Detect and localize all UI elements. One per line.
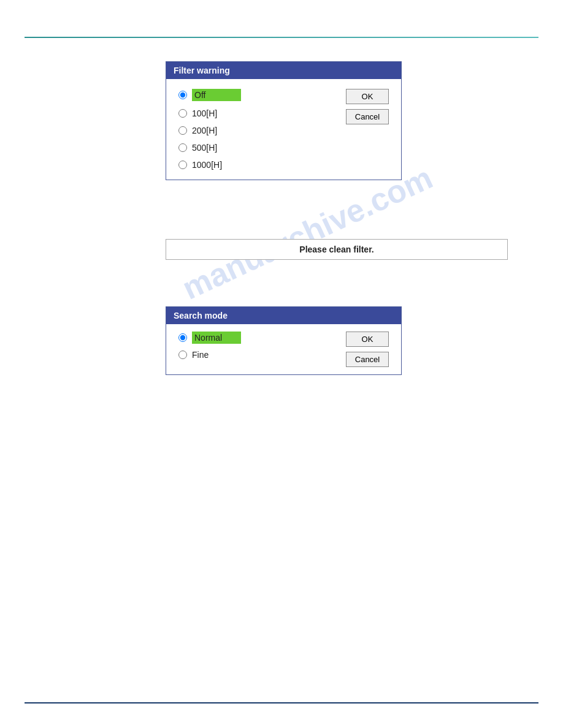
- filter-ok-button[interactable]: OK: [346, 89, 389, 104]
- bottom-decorative-line: [25, 702, 538, 703]
- search-options: Normal Fine: [178, 332, 334, 360]
- filter-label-200: 200[H]: [192, 126, 217, 135]
- filter-radio-500[interactable]: [178, 143, 187, 152]
- filter-warning-dialog: Filter warning Off 100[H] 200[H] 500[H]: [166, 61, 402, 180]
- filter-radio-100[interactable]: [178, 109, 187, 118]
- search-dialog-title: Search mode: [166, 307, 401, 324]
- search-label-fine: Fine: [192, 350, 209, 360]
- filter-option-100[interactable]: 100[H]: [178, 108, 334, 118]
- search-radio-fine[interactable]: [178, 351, 187, 359]
- search-ok-button[interactable]: OK: [346, 332, 389, 347]
- filter-label-100: 100[H]: [192, 108, 217, 118]
- filter-option-500[interactable]: 500[H]: [178, 143, 334, 153]
- filter-radio-1000[interactable]: [178, 161, 187, 169]
- filter-option-off[interactable]: Off: [178, 89, 334, 101]
- filter-option-200[interactable]: 200[H]: [178, 126, 334, 135]
- filter-options: Off 100[H] 200[H] 500[H] 1000[H]: [178, 89, 334, 170]
- top-decorative-line: [25, 37, 538, 38]
- search-radio-normal[interactable]: [178, 333, 187, 342]
- filter-option-1000[interactable]: 1000[H]: [178, 160, 334, 170]
- filter-label-500: 500[H]: [192, 143, 217, 153]
- filter-dialog-title: Filter warning: [166, 62, 401, 79]
- clean-filter-message: Please clean filter.: [166, 239, 508, 260]
- filter-label-1000: 1000[H]: [192, 160, 222, 170]
- filter-cancel-button[interactable]: Cancel: [346, 109, 389, 124]
- filter-label-off: Off: [192, 89, 241, 101]
- watermark: manuarchive.com: [177, 159, 438, 306]
- filter-radio-200[interactable]: [178, 126, 187, 135]
- search-mode-dialog: Search mode Normal Fine OK Cancel: [166, 306, 402, 375]
- filter-radio-off[interactable]: [178, 91, 187, 99]
- search-dialog-buttons: OK Cancel: [346, 332, 389, 367]
- search-option-normal[interactable]: Normal: [178, 332, 334, 344]
- search-option-fine[interactable]: Fine: [178, 350, 334, 360]
- search-cancel-button[interactable]: Cancel: [346, 352, 389, 367]
- filter-dialog-buttons: OK Cancel: [346, 89, 389, 124]
- search-label-normal: Normal: [192, 332, 241, 344]
